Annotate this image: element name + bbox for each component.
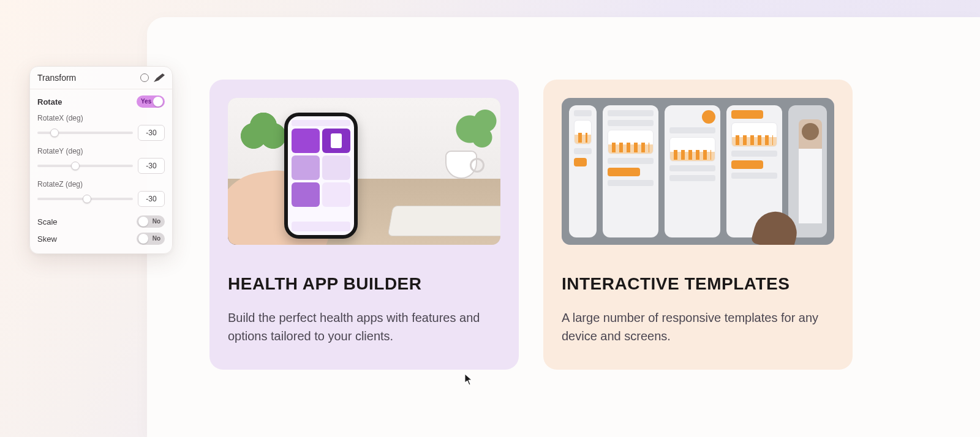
- skew-row: Skew No: [37, 233, 165, 245]
- rotate-toggle[interactable]: Yes: [137, 95, 165, 108]
- scale-label: Scale: [37, 217, 58, 226]
- templates-illustration: [562, 98, 834, 245]
- scale-toggle[interactable]: No: [137, 215, 165, 228]
- rotatey-control: RotateY (deg) -30: [37, 147, 165, 174]
- rotatex-control: RotateX (deg) -30: [37, 114, 165, 141]
- rotatex-label: RotateX (deg): [37, 114, 165, 122]
- rotate-toggle-text: Yes: [141, 97, 151, 106]
- rotatez-label: RotateZ (deg): [37, 180, 165, 189]
- phone-desk-illustration: [228, 98, 500, 245]
- rotate-row: Rotate Yes: [37, 95, 165, 108]
- edit-icon[interactable]: [154, 73, 165, 82]
- card-health-image: [228, 98, 500, 245]
- card-templates-image: [562, 98, 834, 245]
- reset-icon[interactable]: [140, 73, 149, 82]
- card-health-desc: Build the perfect health apps with featu…: [228, 308, 485, 345]
- rotatez-value[interactable]: -30: [138, 191, 165, 207]
- panel-title: Transform: [37, 73, 76, 83]
- transform-panel: Transform Rotate Yes RotateX (deg) -30 R…: [29, 66, 173, 254]
- cursor-icon: [464, 373, 473, 386]
- feature-row: HEALTH APP BUILDER Build the perfect hea…: [209, 80, 853, 370]
- rotate-label: Rotate: [37, 97, 62, 106]
- scale-toggle-text: No: [153, 217, 160, 226]
- rotatez-control: RotateZ (deg) -30: [37, 180, 165, 207]
- scale-row: Scale No: [37, 215, 165, 228]
- rotatey-value[interactable]: -30: [138, 158, 165, 174]
- rotatey-slider[interactable]: [37, 165, 133, 167]
- rotatey-label: RotateY (deg): [37, 147, 165, 155]
- skew-toggle[interactable]: No: [137, 233, 165, 245]
- card-templates-desc: A large number of responsive templates f…: [562, 308, 819, 345]
- rotatex-value[interactable]: -30: [138, 125, 165, 141]
- card-health-app-builder[interactable]: HEALTH APP BUILDER Build the perfect hea…: [209, 80, 519, 370]
- card-templates-title: INTERACTIVE TEMPLATES: [562, 274, 834, 294]
- skew-toggle-text: No: [153, 234, 160, 244]
- panel-header: Transform: [30, 67, 172, 89]
- card-interactive-templates[interactable]: INTERACTIVE TEMPLATES A large number of …: [543, 80, 853, 370]
- skew-label: Skew: [37, 234, 57, 244]
- rotatex-slider[interactable]: [37, 132, 133, 134]
- rotatez-slider[interactable]: [37, 198, 133, 200]
- card-health-title: HEALTH APP BUILDER: [228, 274, 500, 294]
